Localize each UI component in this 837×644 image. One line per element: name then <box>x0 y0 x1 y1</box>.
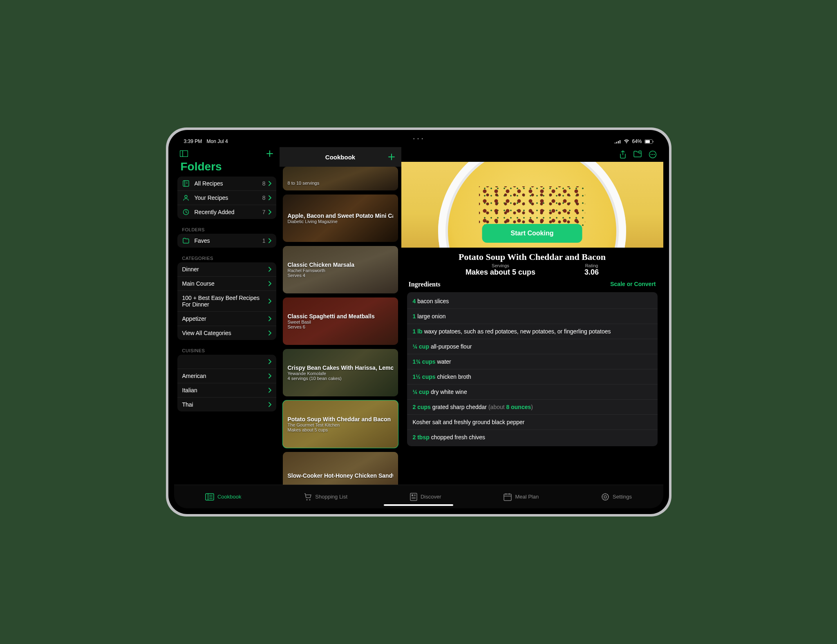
ingredient-amount: 1¾ cups <box>413 358 436 365</box>
recipe-card[interactable]: Potato Soup With Cheddar and BaconThe Go… <box>283 400 398 448</box>
more-icon[interactable] <box>649 150 657 159</box>
sidebar-folder-faves[interactable]: Faves1 <box>177 234 276 248</box>
tab-cookbook[interactable]: Cookbook <box>205 493 242 501</box>
view-all-categories[interactable]: View All Categories <box>177 326 276 340</box>
row-label: Your Recipes <box>195 195 262 201</box>
recipe-card[interactable]: Slow-Cooker Hot-Honey Chicken Sandwich <box>283 452 398 485</box>
clock-icon <box>182 209 190 215</box>
recipe-card[interactable]: Classic Chicken MarsalaRachel Farnsworth… <box>283 246 398 293</box>
row-label: Faves <box>195 237 262 244</box>
chevron-right-icon <box>268 281 271 286</box>
svg-point-14 <box>652 154 653 155</box>
tab-settings[interactable]: Settings <box>601 493 632 501</box>
move-folder-icon[interactable] <box>633 150 642 159</box>
ingredients-header: Ingredients <box>409 281 441 288</box>
chevron-right-icon <box>268 373 271 378</box>
recipe-card[interactable]: Crispy Bean Cakes With Harissa, Lemon an… <box>283 349 398 396</box>
scale-convert-button[interactable]: Scale or Convert <box>610 281 656 288</box>
tab-icon <box>304 493 312 501</box>
ingredient-row[interactable]: ¼ cup dry white wine <box>407 384 658 399</box>
sidebar-category[interactable]: Dinner <box>177 262 276 276</box>
cuisines-section-header: CUISINES <box>177 344 276 355</box>
row-label: Recently Added <box>195 209 262 215</box>
add-recipe-icon[interactable] <box>387 153 396 161</box>
chevron-right-icon <box>268 299 271 304</box>
share-icon[interactable] <box>619 150 627 159</box>
chevron-right-icon <box>268 181 271 186</box>
ingredient-amount: 1½ cups <box>413 373 436 380</box>
rating-label: Rating <box>584 263 599 268</box>
row-count: 8 <box>262 195 266 201</box>
sidebar-category[interactable]: 100 + Best Easy Beef Recipes For Dinner <box>177 291 276 311</box>
ingredient-amount: 4 <box>413 298 416 304</box>
ingredient-text: chopped fresh chives <box>431 434 485 441</box>
svg-rect-29 <box>504 494 511 501</box>
recipe-card-subtitle: Diabetic Living Magazine <box>288 219 393 224</box>
ingredient-row[interactable]: 1 large onion <box>407 309 658 324</box>
ingredient-text: all-purpose flour <box>431 343 472 350</box>
wifi-icon <box>624 139 629 143</box>
chevron-right-icon <box>268 195 271 200</box>
chevron-right-icon <box>268 331 271 335</box>
ingredient-row[interactable]: ¼ cup all-purpose flour <box>407 339 658 354</box>
tab-meal-plan[interactable]: Meal Plan <box>504 493 539 501</box>
tab-discover[interactable]: Discover <box>410 493 441 501</box>
recipe-card[interactable]: 8 to 10 servings <box>283 167 398 190</box>
recipe-card-servings: 8 to 10 servings <box>288 181 393 186</box>
sidebar-cuisine[interactable]: Thai <box>177 397 276 411</box>
recipe-card-title: Potato Soup With Cheddar and Bacon <box>288 416 393 423</box>
recipe-card-servings: Makes about 5 cups <box>288 427 393 432</box>
ingredients-list: 4 bacon slices1 large onion1 lb waxy pot… <box>407 292 658 446</box>
ingredient-row[interactable]: 1¾ cups water <box>407 354 658 369</box>
row-label: View All Categories <box>182 330 268 336</box>
sidebar-item-recently-added[interactable]: Recently Added7 <box>177 205 276 219</box>
chevron-right-icon <box>268 316 271 321</box>
tab-icon <box>601 493 609 501</box>
ingredient-row[interactable]: 1 lb waxy potatoes, such as red potatoes… <box>407 324 658 339</box>
ingredient-amount: ¼ cup <box>413 389 429 395</box>
tab-label: Cookbook <box>217 494 242 500</box>
svg-rect-3 <box>180 151 188 157</box>
recipe-card[interactable]: Apple, Bacon and Sweet Potato Mini Casse… <box>283 195 398 242</box>
ingredient-row[interactable]: 4 bacon slices <box>407 294 658 309</box>
sidebar-category[interactable]: Main Course <box>177 276 276 291</box>
ingredient-row[interactable]: 2 cups grated sharp cheddar (about 8 oun… <box>407 399 658 414</box>
recipe-card-title: Slow-Cooker Hot-Honey Chicken Sandwich <box>288 472 393 479</box>
sidebar-toggle-icon[interactable] <box>180 150 188 157</box>
sidebar-category[interactable]: Appetizer <box>177 311 276 326</box>
sidebar-item-your-recipes[interactable]: Your Recipes8 <box>177 190 276 205</box>
start-cooking-button[interactable]: Start Cooking <box>482 224 582 243</box>
chevron-right-icon <box>268 388 271 393</box>
recipe-card-title: Classic Spaghetti and Meatballs <box>288 313 393 320</box>
row-label: All Recipes <box>195 180 262 187</box>
sidebar-cuisine[interactable] <box>177 355 276 369</box>
sidebar-item-all-recipes[interactable]: All Recipes8 <box>177 177 276 190</box>
ingredient-amount: 2 tbsp <box>413 434 430 441</box>
tab-bar: CookbookShopping ListDiscoverMeal PlanSe… <box>174 485 663 508</box>
tab-shopping-list[interactable]: Shopping List <box>304 493 347 501</box>
tab-label: Settings <box>613 494 632 500</box>
ingredient-amount: 2 cups <box>413 404 431 410</box>
recipe-card[interactable]: Classic Spaghetti and MeatballsSweet Bas… <box>283 297 398 345</box>
recipe-card-subtitle: Yewande Komolafe <box>288 371 393 376</box>
battery-icon <box>645 139 653 144</box>
tab-label: Shopping List <box>315 494 347 500</box>
sidebar-cuisine[interactable]: Italian <box>177 383 276 397</box>
ingredient-row[interactable]: Kosher salt and freshly ground black pep… <box>407 414 658 429</box>
tab-label: Discover <box>421 494 441 500</box>
svg-rect-24 <box>412 494 413 496</box>
row-label: Main Course <box>182 280 268 287</box>
tab-icon <box>504 493 512 501</box>
signal-icon <box>615 139 621 143</box>
chevron-right-icon <box>268 238 271 243</box>
home-indicator <box>384 504 453 506</box>
sidebar-cuisine[interactable]: American <box>177 369 276 383</box>
ingredient-row[interactable]: 1½ cups chicken broth <box>407 369 658 384</box>
ingredient-row[interactable]: 2 tbsp chopped fresh chives <box>407 429 658 445</box>
add-folder-icon[interactable] <box>266 150 274 158</box>
svg-rect-2 <box>653 141 653 142</box>
ingredient-text: dry white wine <box>431 389 467 395</box>
ingredient-text: bacon slices <box>417 298 449 304</box>
tab-label: Meal Plan <box>515 494 539 500</box>
svg-point-34 <box>604 496 606 498</box>
